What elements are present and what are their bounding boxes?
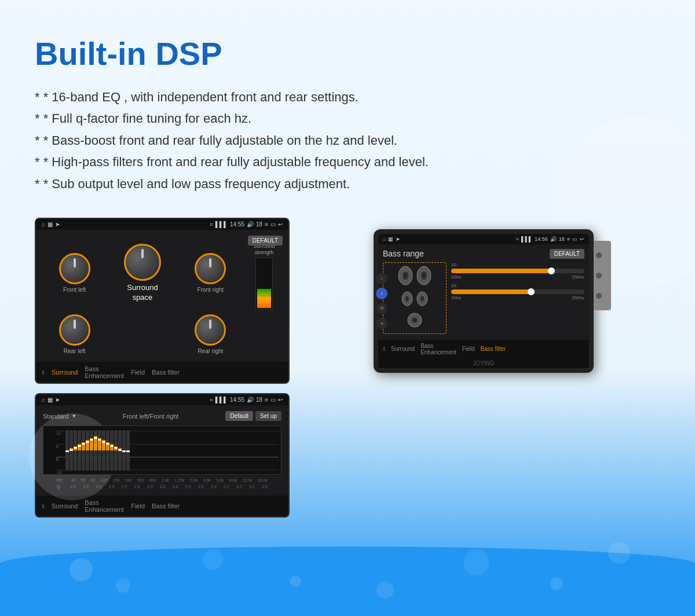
fc-125k: 1.25k [175, 478, 185, 482]
device-bass-enhancement-tab[interactable]: BassEnhancement [420, 343, 456, 355]
q-6: 2.0 [134, 485, 140, 489]
content-area: ⌂ ▦ ➤ ≈ ▌▌▌ 14:55 🔊 18 ≡ ▭ ↩ DEFAULT [0, 206, 695, 518]
eq-status-icons-right: ≈ ▌▌▌ 14:55 🔊 18 ≡ ▭ ↩ [210, 397, 283, 403]
device-bracket [594, 241, 611, 310]
device-eq-icon[interactable]: ⦀ [383, 346, 385, 353]
q-8: 2.0 [160, 485, 166, 489]
device-wifi-icon: ≈ [516, 236, 519, 242]
device-bass-filter-tab[interactable]: Bass filter [481, 346, 506, 352]
surround-space-knob[interactable] [124, 244, 161, 281]
device-time: 14:56 [535, 236, 548, 242]
device-statusbar: ⌂ ▦ ➤ ≈ ▌▌▌ 14:56 🔊 18 ≡ ▭ ↩ [378, 234, 589, 244]
device-equalizer-icon: ⦀ [383, 346, 385, 353]
fc-12k: 12.0k [242, 478, 252, 482]
eq-slider-4[interactable] [78, 430, 81, 471]
device-outer: ⌂ ♪ ⚙ ◂ ⌂ ▦ ➤ ≈ ▌▌▌ [374, 229, 594, 373]
eq-slider-10[interactable] [102, 430, 105, 471]
surround-space-group: Surroundspace [111, 244, 174, 303]
nav-home[interactable]: ⌂ [376, 273, 387, 284]
feature-item-1: * 16-band EQ , with independent front an… [35, 86, 660, 108]
eq-slider-11[interactable] [106, 430, 109, 471]
knobs-area: Front left Surroundspace Front right Re [43, 237, 281, 355]
vu-meter: Rear hornSurroundstrength [247, 237, 281, 310]
eq-slider-14[interactable] [118, 430, 122, 471]
field-tab[interactable]: Field [131, 369, 145, 376]
svg-point-8 [407, 298, 408, 300]
nav-settings[interactable]: ⚙ [376, 303, 387, 314]
eq-bass-enhancement-tab[interactable]: BassEnhancement [85, 499, 124, 513]
q-10: 2.0 [185, 485, 191, 489]
fc-1k: 1.0k [162, 478, 169, 482]
eq-field-tab[interactable]: Field [131, 503, 145, 509]
eq-icon-tab2[interactable]: ⦀ [42, 503, 45, 510]
bubble-6 [463, 549, 489, 575]
bass-default-btn[interactable]: DEFAULT [550, 249, 584, 259]
speaker-row-1 [397, 265, 432, 288]
q-12: 2.0 [211, 485, 217, 489]
bass-slider-2-track[interactable] [451, 289, 584, 294]
bass-filter-tab[interactable]: Bass filter [152, 369, 180, 376]
device-screen-icon: ▭ [572, 236, 577, 242]
subwoofer-icon [406, 311, 423, 331]
eq-bass-filter-tab[interactable]: Bass filter [152, 503, 180, 509]
bass-sliders-panel: 20 20hz 250hz [451, 262, 584, 334]
screenshots-column: ⌂ ▦ ➤ ≈ ▌▌▌ 14:55 🔊 18 ≡ ▭ ↩ DEFAULT [35, 218, 290, 518]
fc-500: 500 [137, 478, 144, 482]
surround-screen-tabs: ⦀ Surround BassEnhancement Field Bass fi… [36, 362, 288, 383]
surround-screen: ⌂ ▦ ➤ ≈ ▌▌▌ 14:55 🔊 18 ≡ ▭ ↩ DEFAULT [35, 218, 290, 384]
nav-back[interactable]: ◂ [376, 318, 387, 329]
device-body: Bass range DEFAULT [378, 244, 589, 339]
svg-point-11 [422, 298, 423, 300]
eq-default-btn[interactable]: Default [225, 411, 253, 421]
feature-item-2: * Full q-factor fine tuning for each hz. [35, 108, 660, 129]
nav-music[interactable]: ♪ [376, 288, 387, 299]
eq-slider-12[interactable] [110, 430, 114, 471]
default-button[interactable]: DEFAULT [248, 236, 283, 245]
device-signal-icon: ▌▌▌ [521, 236, 532, 242]
eq-slider-8[interactable] [94, 430, 97, 471]
bass-slider-1-track[interactable] [451, 269, 584, 273]
front-left-knob[interactable] [59, 253, 90, 284]
device-surround-tab[interactable]: Surround [391, 346, 415, 352]
eq-icon-tab[interactable]: ⦀ [42, 369, 45, 376]
surround-tab[interactable]: Surround [52, 369, 78, 376]
q-11: 2.0 [198, 485, 204, 489]
eq-menu-icon: ≡ [265, 397, 268, 403]
eq-slider-7[interactable] [90, 430, 93, 471]
fc-16k: 16.0k [258, 478, 268, 482]
eq-slider-16[interactable] [126, 430, 130, 471]
eq-slider-3[interactable] [74, 430, 77, 471]
eq-slider-2[interactable] [70, 430, 73, 471]
surround-statusbar: ⌂ ▦ ➤ ≈ ▌▌▌ 14:55 🔊 18 ≡ ▭ ↩ [36, 219, 288, 230]
vu-bar-fill [257, 289, 271, 309]
eq-slider-15[interactable] [122, 430, 126, 471]
slider-2-bottom-left: 20hz [451, 295, 461, 300]
speaker-right-icon [416, 265, 432, 288]
bubble-2 [116, 578, 130, 593]
eq-slider-9[interactable] [98, 430, 101, 471]
eq-slider-1[interactable] [65, 430, 69, 471]
eq-setup-btn[interactable]: Set up [255, 411, 281, 421]
rear-right-knob[interactable] [195, 314, 226, 346]
eq-surround-tab[interactable]: Surround [52, 503, 78, 509]
equalizer-icon: ⦀ [42, 369, 45, 376]
device-volume-icon: 🔊 [550, 236, 557, 242]
bass-enhancement-tab[interactable]: BassEnhancement [85, 365, 124, 379]
apps-icon: ▦ [47, 221, 53, 228]
feature-item-3: * Bass-boost front and rear fully adjust… [35, 130, 660, 151]
bass-slider-1-labels: 20 [451, 262, 584, 267]
eq-slider-5[interactable] [82, 430, 85, 471]
speaker-left-icon [397, 265, 414, 288]
front-right-knob[interactable] [195, 253, 226, 284]
eq-apps-icon: ▦ [47, 397, 53, 403]
bubble-3 [203, 549, 223, 570]
device-field-tab[interactable]: Field [462, 346, 475, 352]
screen-icon: ▭ [270, 221, 276, 228]
front-right-knob-group: Front right [179, 253, 242, 294]
speaker-row-2 [401, 291, 429, 309]
bass-slider-1-bottom-labels: 20hz 250hz [451, 274, 584, 280]
bass-range-title: Bass range [383, 249, 424, 258]
eq-slider-13[interactable] [114, 430, 118, 471]
rear-left-knob[interactable] [59, 314, 90, 346]
eq-slider-6[interactable] [86, 430, 89, 471]
